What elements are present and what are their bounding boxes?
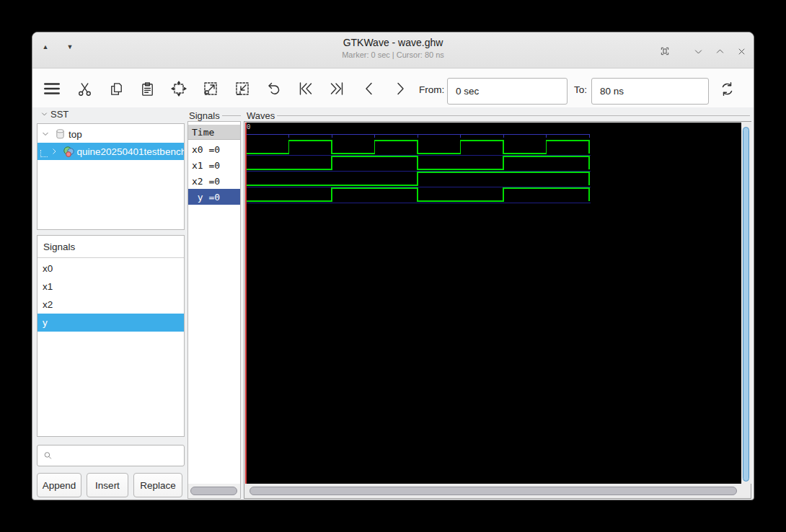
tree-connector — [40, 150, 48, 157]
paste-button[interactable] — [138, 79, 156, 98]
time-header[interactable]: Time — [188, 125, 240, 140]
signal-item-x0[interactable]: x0 — [37, 260, 184, 278]
to-label: To: — [574, 84, 587, 95]
signals-frame-label: Signals — [189, 110, 241, 121]
fit-window-button[interactable] — [657, 43, 673, 59]
wave-canvas[interactable]: 0 — [245, 123, 741, 484]
titlebar[interactable]: ▲ ▼ GTKWave - wave.ghw Marker: 0 sec | C… — [32, 32, 754, 68]
marker-cursor-status: Marker: 0 sec | Cursor: 80 ns — [32, 50, 754, 59]
signal-item-y[interactable]: y — [37, 314, 184, 332]
chevron-right-icon — [392, 80, 409, 97]
minimize-button[interactable] — [690, 43, 706, 59]
go-to-start-button[interactable] — [296, 79, 315, 98]
chevron-down-icon — [693, 46, 704, 57]
waves-frame-label: Waves — [247, 110, 750, 121]
go-to-end-button[interactable] — [327, 79, 346, 98]
replace-button[interactable]: Replace — [133, 473, 182, 497]
zoom-fit-icon — [170, 80, 187, 97]
skip-to-end-icon — [328, 80, 345, 97]
undo-icon — [265, 80, 283, 97]
tree-item-testbench[interactable]: quine20250401testbench — [37, 143, 184, 160]
waves-hscrollbar-thumb[interactable] — [250, 487, 737, 495]
zoom-fit-button[interactable] — [169, 79, 188, 98]
trace-name-x0[interactable]: x0 =0 — [188, 141, 240, 157]
zoom-in-button[interactable] — [201, 79, 220, 98]
waves-vscrollbar[interactable] — [741, 122, 751, 484]
from-label: From: — [419, 84, 444, 95]
chevron-left-icon — [361, 80, 378, 97]
gtkwave-window: ▲ ▼ GTKWave - wave.ghw Marker: 0 sec | C… — [32, 32, 754, 500]
waves-hscrollbar[interactable] — [244, 484, 751, 498]
trace-name-x1[interactable]: x1 =0 — [188, 157, 240, 173]
zoom-out-icon — [234, 80, 251, 97]
fit-icon — [659, 45, 671, 57]
menu-icon — [43, 79, 61, 98]
close-button[interactable] — [733, 43, 749, 59]
search-icon — [43, 451, 53, 461]
search-input[interactable] — [57, 451, 184, 461]
names-hscrollbar[interactable] — [188, 484, 240, 498]
component-icon — [63, 146, 75, 158]
names-hscrollbar-thumb[interactable] — [190, 487, 237, 495]
skip-to-start-icon — [297, 80, 314, 97]
trace-name-x2[interactable]: x2 =0 — [188, 173, 240, 189]
maximize-button[interactable] — [712, 43, 728, 59]
step-back-button[interactable] — [360, 79, 379, 98]
reload-icon — [718, 80, 736, 98]
undo-button[interactable] — [265, 79, 283, 98]
signal-item-x2[interactable]: x2 — [37, 296, 184, 314]
waves-vscrollbar-thumb[interactable] — [743, 127, 749, 482]
cut-icon — [76, 81, 93, 97]
window-title: GTKWave - wave.ghw — [32, 37, 754, 48]
toolbar: From: 0 sec To: 80 ns — [32, 68, 754, 107]
copy-icon — [108, 81, 125, 97]
tree-item-top[interactable]: top — [37, 125, 184, 143]
signal-list-panel: Signals x0 x1 x2 y — [37, 235, 185, 437]
menu-button[interactable] — [43, 79, 61, 98]
zoom-out-button[interactable] — [233, 79, 252, 98]
signals-name-column: Time x0 =0 x1 =0 x2 =0 y =0 — [187, 121, 241, 499]
svg-text:0: 0 — [247, 123, 250, 130]
zoom-in-icon — [202, 80, 219, 97]
append-button[interactable]: Append — [37, 473, 81, 497]
cut-button[interactable] — [75, 79, 94, 98]
scope-cylinder-icon — [55, 128, 66, 140]
signal-item-x1[interactable]: x1 — [37, 278, 184, 296]
trace-name-y[interactable]: y =0 — [188, 189, 240, 205]
close-icon — [736, 46, 747, 57]
signal-list-header: Signals — [37, 236, 184, 258]
waves-panel: 0 — [244, 121, 751, 499]
chevron-up-icon — [715, 46, 725, 57]
from-field[interactable]: 0 sec — [447, 78, 568, 105]
waveform-plot: 0 — [245, 123, 741, 484]
signal-search-box[interactable] — [37, 445, 185, 466]
expander-open-icon — [41, 130, 50, 138]
copy-button[interactable] — [107, 79, 125, 98]
reload-button[interactable] — [717, 79, 736, 98]
expander-closed-icon — [50, 147, 58, 156]
collapse-chevron-icon — [40, 110, 48, 118]
sst-tree: top quine20250401testbench — [37, 123, 185, 230]
insert-button[interactable]: Insert — [87, 473, 128, 497]
paste-icon — [139, 81, 156, 97]
step-forward-button[interactable] — [391, 79, 410, 98]
sst-header[interactable]: SST — [37, 109, 81, 120]
to-field[interactable]: 80 ns — [591, 78, 709, 105]
